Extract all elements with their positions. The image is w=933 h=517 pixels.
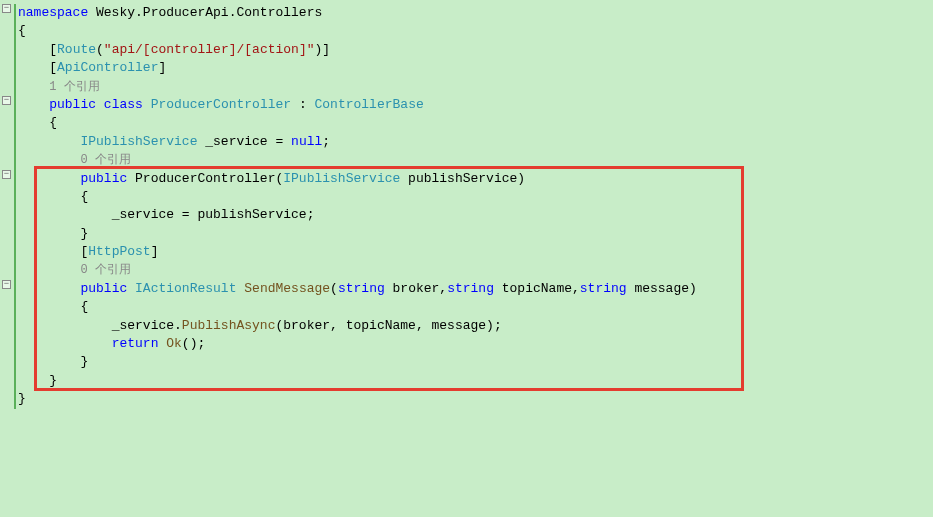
code-line: public ProducerController(IPublishServic… bbox=[18, 170, 933, 188]
code-line: _service = publishService; bbox=[18, 206, 933, 224]
code-line: [HttpPost] bbox=[18, 243, 933, 261]
code-line: _service.PublishAsync(broker, topicName,… bbox=[18, 317, 933, 335]
code-line: } bbox=[18, 353, 933, 371]
code-content[interactable]: namespace Wesky.ProducerApi.Controllers … bbox=[16, 0, 933, 517]
code-line: { bbox=[18, 188, 933, 206]
code-editor: − − − − namespace Wesky.ProducerApi.Cont… bbox=[0, 0, 933, 517]
fold-gutter: − − − − bbox=[0, 0, 14, 517]
code-line: namespace Wesky.ProducerApi.Controllers bbox=[18, 4, 933, 22]
code-line: } bbox=[18, 372, 933, 390]
code-line: return Ok(); bbox=[18, 335, 933, 353]
code-line: IPublishService _service = null; bbox=[18, 133, 933, 151]
code-line: public IActionResult SendMessage(string … bbox=[18, 280, 933, 298]
codelens-line[interactable]: 1 个引用 bbox=[18, 78, 933, 96]
fold-icon[interactable]: − bbox=[2, 96, 11, 105]
code-line: [ApiController] bbox=[18, 59, 933, 77]
code-line: public class ProducerController : Contro… bbox=[18, 96, 933, 114]
fold-icon[interactable]: − bbox=[2, 4, 11, 13]
code-line: { bbox=[18, 298, 933, 316]
fold-icon[interactable]: − bbox=[2, 170, 11, 179]
codelens-line[interactable]: 0 个引用 bbox=[18, 261, 933, 279]
code-line: { bbox=[18, 22, 933, 40]
code-line: } bbox=[18, 225, 933, 243]
fold-icon[interactable]: − bbox=[2, 280, 11, 289]
code-line: } bbox=[18, 390, 933, 408]
code-line: { bbox=[18, 114, 933, 132]
codelens-line[interactable]: 0 个引用 bbox=[18, 151, 933, 169]
code-line: [Route("api/[controller]/[action]")] bbox=[18, 41, 933, 59]
